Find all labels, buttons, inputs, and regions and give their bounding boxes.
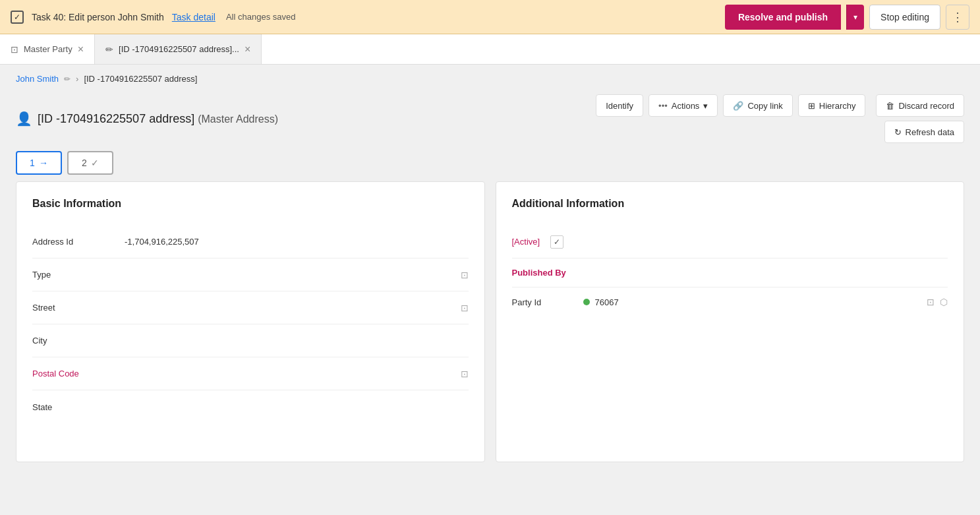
field-city: City [32, 324, 469, 357]
address-tab-icon: ✏ [105, 44, 113, 55]
tab-address[interactable]: ✏ [ID -1704916225507 address]... × [95, 34, 262, 64]
identify-button[interactable]: Identify [596, 94, 643, 117]
postal-code-label: Postal Code [32, 369, 125, 379]
hierarchy-icon: ⊞ [808, 101, 815, 111]
party-id-copy-icon[interactable]: ⊡ [927, 297, 935, 307]
field-state: State [32, 390, 469, 423]
step-1-arrow-icon: → [39, 158, 48, 168]
actions-button[interactable]: ••• Actions ▾ [649, 94, 718, 117]
step-2-button[interactable]: 2 ✓ [67, 151, 113, 175]
published-by-label: Published By [512, 268, 566, 278]
type-label: Type [32, 270, 125, 280]
breadcrumb-arrow: › [76, 74, 78, 84]
master-party-tab-icon: ⊡ [11, 44, 18, 55]
actions-label: Actions [672, 101, 700, 111]
resolve-publish-button[interactable]: Resolve and publish [725, 5, 841, 30]
task-checkbox[interactable]: ✓ [11, 11, 24, 24]
discard-icon: 🗑 [886, 101, 894, 111]
record-title-area: 👤 [ID -1704916225507 address] (Master Ad… [16, 111, 278, 127]
copy-link-icon: 🔗 [733, 101, 743, 111]
step-row: 1 → 2 ✓ [0, 151, 980, 181]
field-address-id: Address Id -1,704,916,225,507 [32, 226, 469, 258]
hierarchy-button[interactable]: ⊞ Hierarchy [798, 94, 866, 117]
main-content: Basic Information Address Id -1,704,916,… [0, 181, 980, 478]
field-type: Type ⊡ [32, 258, 469, 291]
record-header: 👤 [ID -1704916225507 address] (Master Ad… [0, 89, 980, 151]
record-right-actions: 🗑 Discard record ↻ Refresh data [876, 94, 964, 143]
record-subtitle: (Master Address) [198, 113, 278, 125]
tab-address-close[interactable]: × [245, 44, 250, 55]
task-detail-link[interactable]: Task detail [172, 12, 216, 22]
party-id-label: Party Id [512, 297, 578, 307]
tab-bar: ⊡ Master Party × ✏ [ID -1704916225507 ad… [0, 34, 980, 65]
record-actions: Identify ••• Actions ▾ 🔗 Copy link ⊞ Hie… [596, 94, 865, 117]
breadcrumb-parent-link[interactable]: John Smith [16, 74, 59, 84]
top-bar: ✓ Task 40: Edit person John Smith Task d… [0, 0, 980, 34]
party-id-status-dot [583, 299, 590, 305]
copy-link-label: Copy link [747, 101, 782, 111]
party-id-row: Party Id 76067 ⊡ ⬡ [512, 288, 948, 317]
left-buttons: 👤 [ID -1704916225507 address] (Master Ad… [16, 111, 278, 127]
hierarchy-label: Hierarchy [819, 101, 856, 111]
stop-editing-button[interactable]: Stop editing [869, 5, 940, 30]
street-field-icon[interactable]: ⊡ [461, 303, 469, 313]
actions-dots-icon: ••• [658, 101, 668, 111]
breadcrumb-current: [ID -1704916225507 address] [84, 74, 197, 84]
party-id-value: 76067 [595, 297, 619, 307]
active-badge: [Active] [512, 237, 540, 247]
postal-code-field-icon[interactable]: ⊡ [461, 369, 469, 379]
tab-master-party-close[interactable]: × [78, 44, 84, 55]
basic-info-card: Basic Information Address Id -1,704,916,… [16, 181, 485, 462]
top-bar-right: Resolve and publish ▾ Stop editing ⋮ [725, 5, 969, 30]
active-field-row: [Active] ✓ [512, 226, 948, 258]
refresh-label: Refresh data [906, 127, 954, 137]
basic-info-title: Basic Information [32, 198, 469, 210]
step-1-button[interactable]: 1 → [16, 151, 62, 175]
tab-master-party-label: Master Party [24, 44, 72, 54]
published-by-row: Published By [512, 258, 948, 288]
refresh-data-button[interactable]: ↻ Refresh data [884, 121, 964, 143]
type-field-icon[interactable]: ⊡ [461, 270, 469, 280]
additional-info-title: Additional Information [512, 198, 948, 210]
address-id-value: -1,704,916,225,507 [125, 237, 469, 247]
step-2-number: 2 [82, 158, 87, 168]
step-1-number: 1 [30, 158, 35, 168]
actions-dropdown-icon: ▾ [703, 101, 708, 111]
breadcrumb-edit-icon[interactable]: ✏ [64, 75, 71, 84]
dropdown-arrow-icon: ▾ [853, 13, 857, 22]
discard-label: Discard record [898, 101, 954, 111]
record-type-icon: 👤 [16, 111, 32, 127]
tab-address-label: [ID -1704916225507 address]... [119, 44, 239, 54]
task-label: Task 40: Edit person John Smith [32, 12, 164, 22]
party-id-external-link-icon[interactable]: ⬡ [940, 297, 948, 307]
tab-master-party[interactable]: ⊡ Master Party × [0, 34, 95, 64]
state-label: State [32, 402, 125, 412]
resolve-publish-dropdown[interactable]: ▾ [846, 5, 864, 30]
more-options-button[interactable]: ⋮ [946, 5, 969, 30]
step-2-check-icon: ✓ [91, 158, 99, 168]
refresh-icon: ↻ [894, 127, 902, 137]
additional-info-card: Additional Information [Active] ✓ Publis… [496, 181, 965, 462]
party-id-actions: ⊡ ⬡ [927, 297, 948, 307]
street-label: Street [32, 303, 125, 313]
saved-status: All changes saved [226, 12, 296, 22]
more-icon: ⋮ [952, 10, 964, 24]
city-label: City [32, 336, 125, 346]
copy-link-button[interactable]: 🔗 Copy link [723, 94, 792, 117]
breadcrumb: John Smith ✏ › [ID -1704916225507 addres… [0, 65, 980, 89]
active-checkbox[interactable]: ✓ [550, 235, 563, 249]
step-buttons: 1 → 2 ✓ [16, 151, 113, 175]
identify-label: Identify [606, 101, 633, 111]
field-street: Street ⊡ [32, 291, 469, 324]
field-postal-code: Postal Code ⊡ [32, 357, 469, 390]
discard-record-button[interactable]: 🗑 Discard record [876, 94, 964, 117]
record-title: [ID -1704916225507 address] (Master Addr… [38, 112, 278, 126]
address-id-label: Address Id [32, 237, 125, 247]
